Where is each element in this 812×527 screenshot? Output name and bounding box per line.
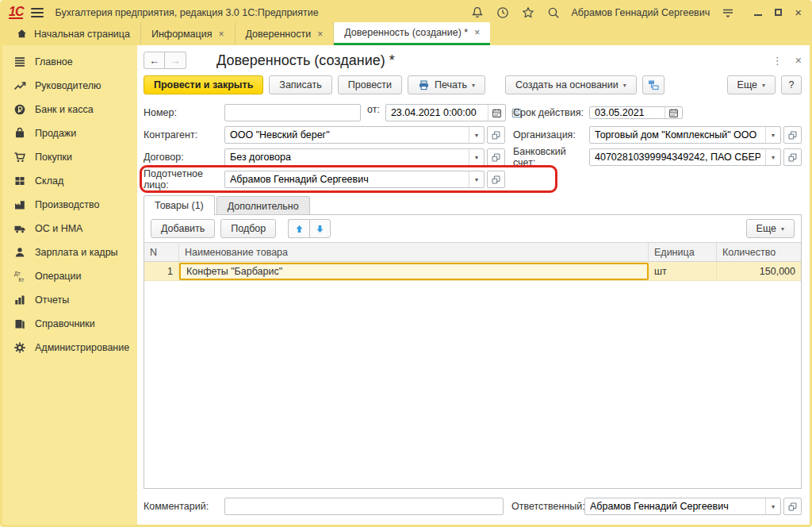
cell-unit[interactable]: шт <box>649 262 717 280</box>
calendar-icon[interactable] <box>665 107 682 118</box>
move-up-button[interactable] <box>288 219 309 238</box>
sidebar-item-label: Справочники <box>35 318 95 329</box>
cell-name-selected[interactable]: Конфеты "Барбарис" <box>179 263 649 280</box>
valid-until-input[interactable] <box>590 107 665 118</box>
dropdown-caret-icon[interactable]: ▾ <box>469 149 484 165</box>
responsible-label: Ответственный: <box>511 501 584 512</box>
open-accountable-person-icon[interactable] <box>487 171 505 188</box>
more-label: Еще <box>756 223 776 234</box>
col-qty-header[interactable]: Количество <box>717 243 801 261</box>
accountable-person-label: Подотчетное лицо: <box>144 168 224 190</box>
svg-text:Кт: Кт <box>19 277 25 283</box>
search-icon[interactable] <box>546 6 561 20</box>
date-input[interactable] <box>386 105 488 121</box>
counterparty-label: Контрагент: <box>144 129 224 140</box>
maximize-button[interactable] <box>775 9 782 16</box>
counterparty-input[interactable] <box>225 127 469 143</box>
bank-account-input[interactable] <box>590 149 765 165</box>
tab-warrant-create[interactable]: Доверенность (создание) * × <box>334 22 490 45</box>
form-more-button[interactable]: Еще ▾ <box>727 75 776 94</box>
tab-additional[interactable]: Дополнительно <box>216 196 310 215</box>
create-based-on-button[interactable]: Создать на основании ▾ <box>505 75 637 94</box>
dropdown-caret-icon[interactable]: ▾ <box>765 149 780 165</box>
table-row[interactable]: 1 Конфеты "Барбарис" шт 150,000 <box>144 262 801 281</box>
person-icon <box>13 246 26 259</box>
favorites-star-icon[interactable] <box>521 6 535 20</box>
sidebar-item-fixed-assets[interactable]: ОС и НМА <box>2 217 137 240</box>
linked-documents-button[interactable] <box>642 75 665 94</box>
accountable-person-input[interactable] <box>225 171 469 187</box>
1c-logo-icon: 1С <box>9 6 23 19</box>
organization-input[interactable] <box>590 127 765 143</box>
ruble-circle-icon <box>13 103 26 116</box>
dropdown-caret-icon[interactable]: ▾ <box>469 171 484 187</box>
table-more-button[interactable]: Еще ▾ <box>746 219 795 238</box>
sidebar-item-manager[interactable]: Руководителю <box>2 74 137 98</box>
open-bank-account-icon[interactable] <box>783 148 802 166</box>
post-and-close-button[interactable]: Провести и закрыть <box>144 75 263 94</box>
responsible-input[interactable] <box>585 498 765 514</box>
dropdown-caret-icon[interactable]: ▾ <box>469 127 484 143</box>
open-counterparty-icon[interactable] <box>487 126 505 144</box>
history-icon[interactable] <box>496 6 510 20</box>
tab-goods[interactable]: Товары (1) <box>144 195 215 215</box>
tab-information[interactable]: Информация × <box>141 22 236 45</box>
sidebar-item-sales[interactable]: Продажи <box>2 121 137 145</box>
dropdown-caret-icon[interactable]: ▾ <box>765 127 780 143</box>
debit-credit-icon: ДтКт <box>13 270 26 283</box>
post-button[interactable]: Провести <box>338 75 402 94</box>
tab-close-icon[interactable]: × <box>219 29 224 40</box>
calendar-icon[interactable] <box>488 105 505 121</box>
form-more-icon[interactable]: ⋮ <box>772 55 783 67</box>
cell-num[interactable]: 1 <box>144 262 179 280</box>
sidebar-item-warehouse[interactable]: Склад <box>2 169 137 193</box>
open-organization-icon[interactable] <box>783 126 802 144</box>
comment-input[interactable] <box>225 498 503 514</box>
print-button[interactable]: Печать ▾ <box>408 75 485 94</box>
number-input[interactable] <box>225 105 360 121</box>
bank-account-label: Банковский счет: <box>513 146 589 168</box>
sidebar-item-operations[interactable]: ДтКт Операции <box>2 264 137 288</box>
move-down-button[interactable] <box>309 219 331 238</box>
tab-close-icon[interactable]: × <box>474 27 480 38</box>
table-empty-area[interactable] <box>144 281 801 488</box>
notifications-bell-icon[interactable] <box>470 6 485 20</box>
organization-label: Организация: <box>513 129 589 140</box>
back-button[interactable]: ← <box>144 52 165 69</box>
form-close-icon[interactable]: × <box>795 54 802 67</box>
forward-button[interactable]: → <box>165 52 186 69</box>
tab-home[interactable]: Начальная страница <box>6 22 141 45</box>
main-menu-icon[interactable] <box>31 8 44 17</box>
tab-label: Доверенности <box>246 29 312 40</box>
cell-qty[interactable]: 150,000 <box>717 262 801 280</box>
sidebar-item-purchases[interactable]: Покупки <box>2 145 137 169</box>
bar-chart-icon <box>13 294 26 306</box>
sidebar-item-administration[interactable]: Администрирование <box>2 336 137 360</box>
sidebar-item-bank-cash[interactable]: Банк и касса <box>2 98 137 121</box>
app-title: Бухгалтерия предприятия, редакция 3.0 1С… <box>55 7 318 18</box>
contract-input[interactable] <box>225 149 469 165</box>
tab-close-icon[interactable]: × <box>317 29 323 40</box>
sidebar-item-directories[interactable]: Справочники <box>2 312 137 336</box>
dropdown-caret-icon[interactable]: ▾ <box>765 498 780 514</box>
sidebar-item-production[interactable]: Производство <box>2 193 137 217</box>
minimize-button[interactable] <box>754 14 762 16</box>
tab-warrants-list[interactable]: Доверенности × <box>236 22 335 45</box>
sidebar-item-label: Отчеты <box>35 294 69 306</box>
col-unit-header[interactable]: Единица <box>649 243 717 261</box>
col-num-header[interactable]: N <box>144 243 179 261</box>
number-label: Номер: <box>144 107 224 118</box>
service-menu-icon[interactable] <box>721 6 735 20</box>
pick-button[interactable]: Подбор <box>220 219 276 238</box>
sidebar-item-payroll-hr[interactable]: Зарплата и кадры <box>2 240 137 264</box>
close-window-button[interactable]: × <box>795 9 802 17</box>
help-button[interactable]: ? <box>781 75 802 94</box>
current-user[interactable]: Абрамов Геннадий Сергеевич <box>572 7 710 18</box>
save-button[interactable]: Записать <box>269 75 331 94</box>
open-contract-icon[interactable] <box>487 148 505 166</box>
add-row-button[interactable]: Добавить <box>151 219 215 238</box>
sidebar-item-reports[interactable]: Отчеты <box>2 288 137 312</box>
open-responsible-icon[interactable] <box>783 498 802 515</box>
col-name-header[interactable]: Наименование товара <box>179 243 649 261</box>
sidebar-item-main[interactable]: Главное <box>2 50 137 74</box>
